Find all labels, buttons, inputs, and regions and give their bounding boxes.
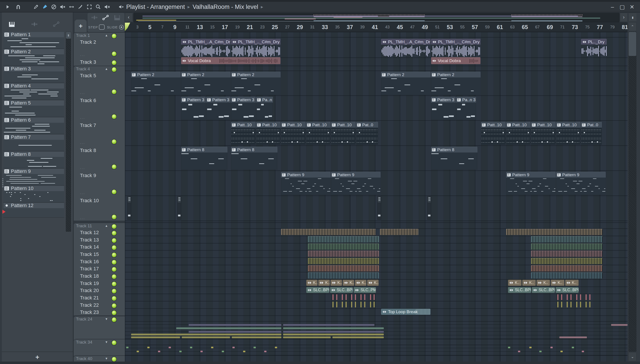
track-name[interactable]: Track 14 xyxy=(80,244,99,250)
pattern-list-item[interactable]: Pattern 7 xyxy=(3,134,64,140)
slip-tool-icon[interactable] xyxy=(67,3,76,11)
track-name[interactable]: Track 22 xyxy=(80,302,99,308)
scroll-left-button[interactable]: ‹ xyxy=(125,13,132,22)
collapsed-track-clip[interactable] xyxy=(131,336,180,338)
pattern-clip[interactable]: Pattern 9 xyxy=(556,172,605,178)
minimize-button[interactable]: – xyxy=(607,4,617,10)
magnet-icon[interactable] xyxy=(14,3,23,11)
track-options-dots[interactable]: ... xyxy=(80,52,85,57)
overview-handle-button[interactable]: ▮ xyxy=(628,13,637,22)
pattern-clip-body[interactable] xyxy=(181,152,227,170)
play-icon[interactable] xyxy=(3,3,12,11)
pattern-clip[interactable]: Pattern 2 xyxy=(181,72,231,78)
track-mute-led[interactable] xyxy=(111,224,117,230)
k-audio-clip[interactable]: K.. xyxy=(355,280,366,286)
pattern-clip[interactable]: Patt..10 xyxy=(506,122,531,128)
k-audio-clip[interactable]: K.. xyxy=(318,280,330,286)
slc-audio-clip[interactable]: SLC..PM xyxy=(354,287,376,293)
micro-clip-dash[interactable] xyxy=(351,294,352,300)
micro-clip-dash[interactable] xyxy=(332,302,334,308)
pattern-clip-body[interactable] xyxy=(256,128,281,145)
track-name[interactable]: Track 19 xyxy=(80,280,99,286)
maximize-button[interactable]: ▢ xyxy=(617,4,627,10)
track-name[interactable]: Track 8 xyxy=(80,148,96,153)
pattern-clip-body[interactable] xyxy=(181,102,205,120)
collapsed-track-clip[interactable] xyxy=(283,328,384,329)
k-audio-clip[interactable]: K.. xyxy=(551,280,564,286)
micro-clip-dash[interactable] xyxy=(585,302,587,308)
micro-clip-dash[interactable] xyxy=(557,294,558,300)
playlist-grid[interactable]: PL_TMH_..A_C#m_DryPL_TMH_.._C#m_DryPL_TM… xyxy=(125,32,627,362)
zoom-tool-icon[interactable] xyxy=(94,3,103,11)
collapsed-track-clip[interactable] xyxy=(189,331,281,333)
add-track-tab[interactable]: + xyxy=(75,20,87,32)
pattern-list-item[interactable]: Pattern 12 xyxy=(3,203,64,208)
pattern-list-item[interactable]: Pattern 6 xyxy=(3,117,64,123)
track-mute-led[interactable] xyxy=(111,244,117,250)
pattern-clip[interactable]: Pattern 2 xyxy=(381,72,431,78)
mini-pattern-clip[interactable] xyxy=(127,196,131,220)
track-mute-led[interactable] xyxy=(111,303,117,309)
track-options-dots[interactable]: ... xyxy=(80,140,85,145)
slc-audio-clip[interactable]: SLC..BPM xyxy=(306,287,329,293)
mini-pattern-clip[interactable] xyxy=(427,196,431,220)
vocal-audio-clip[interactable]: Vocal Dobra xyxy=(431,57,481,64)
track-name[interactable]: Track 7 xyxy=(80,122,96,128)
pattern-item-header[interactable]: Pattern 4 xyxy=(3,83,64,89)
track-mute-led[interactable] xyxy=(111,238,117,244)
pattern-list-item[interactable]: Pattern 10 xyxy=(3,186,64,191)
audio-clip[interactable]: PL_TMH_..A_C#m_Dry xyxy=(381,39,431,44)
audio-clip-waveform[interactable] xyxy=(231,45,280,57)
vertical-scroll-handle[interactable] xyxy=(629,32,636,56)
collapse-triangle-down-icon[interactable]: ▼ xyxy=(105,317,108,321)
micro-clip-dash[interactable] xyxy=(336,302,337,308)
audio-clip[interactable]: PL_TMH_.._C#m_Dry xyxy=(231,39,280,44)
track-mute-led[interactable] xyxy=(111,214,117,220)
slc-audio-clip[interactable]: SLC..BPM xyxy=(330,287,353,293)
pattern-clip-body[interactable] xyxy=(331,128,356,145)
sliced-audio-clip[interactable] xyxy=(308,265,379,272)
track-name[interactable]: Track 13 xyxy=(80,237,99,243)
sliced-audio-clip[interactable] xyxy=(308,272,379,278)
sliced-audio-clip[interactable] xyxy=(531,236,602,242)
track-mute-led[interactable] xyxy=(111,164,117,170)
track-mute-led[interactable] xyxy=(111,230,117,236)
pattern-clip[interactable]: Pattern 9 xyxy=(506,172,556,178)
track-mute-led[interactable] xyxy=(111,340,117,346)
sliced-audio-clip[interactable] xyxy=(531,258,602,264)
pattern-clip-body[interactable] xyxy=(431,78,481,95)
slide-toggle[interactable] xyxy=(119,25,124,30)
pattern-clip[interactable]: Pattern 9 xyxy=(281,172,330,178)
micro-clip-dash[interactable] xyxy=(576,302,577,308)
patterns-tab[interactable] xyxy=(9,21,17,28)
pattern-clip[interactable]: Pat..0 xyxy=(581,122,602,128)
pattern-list-item[interactable]: Pattern 9 xyxy=(3,168,64,174)
collapse-triangle-up-icon[interactable]: ▲ xyxy=(105,224,108,228)
pattern-clip-body[interactable] xyxy=(556,128,581,145)
slice-tool-icon[interactable] xyxy=(76,3,85,11)
micro-clip-dash[interactable] xyxy=(373,294,375,300)
slc-audio-clip[interactable]: SLC..BPM xyxy=(532,287,555,293)
k-audio-clip[interactable]: K.. xyxy=(330,280,342,286)
track-options-dots[interactable]: ... xyxy=(80,166,85,170)
pattern-item-header[interactable]: Pattern 5 xyxy=(3,100,64,106)
pattern-clip[interactable]: Pattern 3 xyxy=(206,97,231,102)
track-name[interactable]: Track 23 xyxy=(80,310,99,315)
track-mute-led[interactable] xyxy=(111,60,117,66)
pattern-clip[interactable]: Pattern 9 xyxy=(331,172,380,178)
collapse-triangle-up-icon[interactable]: ▲ xyxy=(105,67,108,70)
pattern-clip-body[interactable] xyxy=(231,152,277,170)
pattern-item-header[interactable]: Pattern 8 xyxy=(3,151,64,157)
pattern-item-header[interactable]: Pattern 10 xyxy=(3,186,64,191)
pattern-clip[interactable]: Pattern 2 xyxy=(131,72,180,78)
pattern-clip[interactable]: Patt..10 xyxy=(306,122,331,128)
micro-clip-dash[interactable] xyxy=(342,302,343,308)
pattern-clip[interactable]: Patt..10 xyxy=(281,122,306,128)
pattern-list-item[interactable]: Pattern 8 xyxy=(3,151,64,157)
pattern-clip-body[interactable] xyxy=(281,128,306,145)
track-mute-led[interactable] xyxy=(111,281,117,287)
pattern-clip[interactable]: Pattern 3 xyxy=(231,97,256,102)
pattern-item-header[interactable]: Pattern 3 xyxy=(3,66,64,72)
track-options-dots[interactable]: ... xyxy=(80,116,85,120)
micro-clip-dash[interactable] xyxy=(346,294,347,300)
